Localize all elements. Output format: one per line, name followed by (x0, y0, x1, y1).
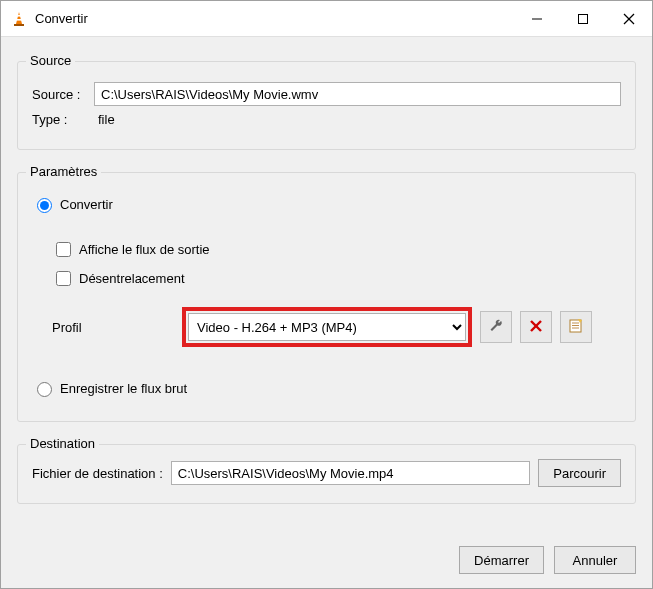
source-group: Source Source : Type : file (17, 61, 636, 150)
destination-file-input[interactable] (171, 461, 530, 485)
destination-group-title: Destination (26, 436, 99, 451)
svg-rect-5 (579, 14, 588, 23)
profile-label: Profil (32, 320, 182, 335)
svg-rect-2 (16, 19, 22, 21)
convert-radio-row[interactable]: Convertir (32, 195, 621, 213)
minimize-button[interactable] (514, 1, 560, 37)
type-value: file (94, 112, 115, 127)
close-button[interactable] (606, 1, 652, 37)
maximize-button[interactable] (560, 1, 606, 37)
delete-x-icon (528, 318, 544, 337)
type-label: Type : (32, 112, 94, 127)
deinterlace-checkbox[interactable] (56, 271, 71, 286)
deinterlace-check-row[interactable]: Désentrelacement (52, 268, 621, 289)
params-group-title: Paramètres (26, 164, 101, 179)
destination-group: Destination Fichier de destination : Par… (17, 444, 636, 504)
svg-marker-0 (16, 12, 22, 24)
source-group-title: Source (26, 53, 75, 68)
destination-file-label: Fichier de destination : (32, 466, 163, 481)
params-group: Paramètres Convertir Affiche le flux de … (17, 172, 636, 422)
source-path-input[interactable] (94, 82, 621, 106)
titlebar: Convertir (1, 1, 652, 37)
dump-raw-radio-row[interactable]: Enregistrer le flux brut (32, 379, 621, 397)
delete-profile-button[interactable] (520, 311, 552, 343)
vlc-cone-icon (11, 11, 27, 27)
dump-raw-label: Enregistrer le flux brut (60, 381, 187, 396)
svg-rect-3 (14, 24, 24, 26)
new-profile-button[interactable] (560, 311, 592, 343)
window-title: Convertir (35, 11, 514, 26)
deinterlace-label: Désentrelacement (79, 271, 185, 286)
source-label: Source : (32, 87, 94, 102)
wrench-icon (488, 318, 504, 337)
start-button[interactable]: Démarrer (459, 546, 544, 574)
show-output-check-row[interactable]: Affiche le flux de sortie (52, 239, 621, 260)
cancel-button[interactable]: Annuler (554, 546, 636, 574)
profile-combo[interactable]: Video - H.264 + MP3 (MP4) (188, 313, 466, 341)
profile-highlight: Video - H.264 + MP3 (MP4) (182, 307, 472, 347)
dump-raw-radio[interactable] (37, 382, 52, 397)
convert-dialog: Convertir Source Source : Type : file Pa… (0, 0, 653, 589)
show-output-label: Affiche le flux de sortie (79, 242, 210, 257)
browse-button[interactable]: Parcourir (538, 459, 621, 487)
dialog-footer: Démarrer Annuler (1, 536, 652, 588)
svg-rect-1 (17, 15, 21, 17)
convert-radio-label: Convertir (60, 197, 113, 212)
show-output-checkbox[interactable] (56, 242, 71, 257)
new-profile-icon (568, 318, 584, 337)
convert-radio[interactable] (37, 198, 52, 213)
edit-profile-button[interactable] (480, 311, 512, 343)
